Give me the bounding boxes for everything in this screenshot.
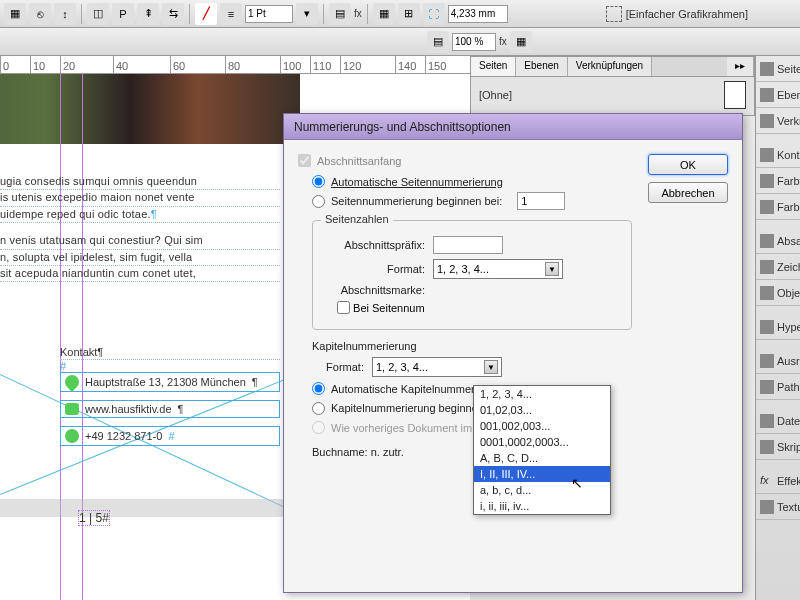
tool-icon[interactable]: ⎋ bbox=[29, 3, 51, 25]
stroke-weight-field[interactable] bbox=[245, 5, 293, 23]
chevron-down-icon[interactable]: ▼ bbox=[545, 262, 559, 276]
panel-kontur[interactable]: Kontu bbox=[756, 142, 800, 168]
panel-verkn[interactable]: Verkn bbox=[756, 108, 800, 134]
dropdown-option[interactable]: 0001,0002,0003... bbox=[474, 434, 610, 450]
dropdown-option[interactable]: i, ii, iii, iv... bbox=[474, 498, 610, 514]
cancel-button[interactable]: Abbrechen bbox=[648, 182, 728, 203]
tool-icon[interactable]: ▦ bbox=[4, 3, 26, 25]
toolbar-1: ▦ ⎋ ↕ ◫ P ⇞ ⇆ ╱ ≡ ▾ ▤ fx ▦ ⊞ ⛶ [Einfache… bbox=[0, 0, 800, 28]
tool-icon[interactable]: ◫ bbox=[87, 3, 109, 25]
panel-skript[interactable]: Skript bbox=[756, 434, 800, 460]
panel-farbfelder[interactable]: Farbf bbox=[756, 168, 800, 194]
chat-icon bbox=[65, 403, 79, 415]
dropdown-option[interactable]: 1, 2, 3, 4... bbox=[474, 386, 610, 402]
contact-row: Hauptstraße 13, 21308 München¶ bbox=[60, 372, 280, 392]
tool-icon[interactable]: ▾ bbox=[296, 3, 318, 25]
marker-label: Abschnittsmarke: bbox=[323, 284, 433, 296]
stroke-none-icon[interactable]: ╱ bbox=[195, 3, 217, 25]
opacity-field[interactable] bbox=[452, 33, 496, 51]
chevron-down-icon[interactable]: ▼ bbox=[484, 360, 498, 374]
tool-icon[interactable]: ▦ bbox=[373, 3, 395, 25]
dropdown-option[interactable]: a, b, c, d... bbox=[474, 482, 610, 498]
auto-chapter-radio[interactable] bbox=[312, 382, 325, 395]
format-label: Format: bbox=[323, 263, 433, 275]
body-text: ugia consedis sumqui omnis queendun is u… bbox=[0, 174, 280, 282]
panel-tabs: Seiten Ebenen Verknüpfungen ▸▸ bbox=[471, 57, 754, 77]
frame-label-text: [Einfacher Grafikrahmen] bbox=[626, 8, 748, 20]
fieldset-legend: Seitenzahlen bbox=[321, 213, 393, 225]
contact-heading: Kontakt bbox=[60, 346, 97, 358]
tool-icon[interactable]: ⊞ bbox=[398, 3, 420, 25]
page-thumb[interactable] bbox=[724, 81, 746, 109]
numbering-options-dialog: Nummerierungs- und Abschnittsoptionen OK… bbox=[283, 113, 743, 593]
tool-icon[interactable]: P bbox=[112, 3, 134, 25]
panel-zeichen[interactable]: Zeich bbox=[756, 254, 800, 280]
dropdown-option-selected[interactable]: I, II, III, IV... bbox=[474, 466, 610, 482]
contact-row: +49 1232 871-0# bbox=[60, 426, 280, 446]
panel-dock: Seite Ebene Verkn Kontu Farbf Farbe Absa… bbox=[755, 56, 800, 600]
tool-icon[interactable]: ▦ bbox=[510, 31, 532, 53]
section-start-checkbox bbox=[298, 154, 311, 167]
measure-field[interactable] bbox=[448, 5, 508, 23]
tool-icon[interactable]: ▤ bbox=[329, 3, 351, 25]
tab-seiten[interactable]: Seiten bbox=[471, 57, 516, 76]
page-numbers-fieldset: Seitenzahlen Abschnittspräfix: Format: 1… bbox=[312, 220, 632, 330]
prefix-label: Abschnittspräfix: bbox=[323, 239, 433, 251]
panel-seiten[interactable]: Seite bbox=[756, 56, 800, 82]
tool-icon[interactable]: ↕ bbox=[54, 3, 76, 25]
globe-icon bbox=[65, 429, 79, 443]
tool-icon[interactable]: ⇆ bbox=[162, 3, 184, 25]
ok-button[interactable]: OK bbox=[648, 154, 728, 175]
format-combo[interactable]: 1, 2, 3, 4...▼ bbox=[433, 259, 563, 279]
page-begin-label: Seitennummerierung beginnen bei: bbox=[331, 195, 502, 207]
crop-icon[interactable]: ⛶ bbox=[423, 3, 445, 25]
page-begin-field[interactable] bbox=[517, 192, 565, 210]
panel-objekt[interactable]: Objek bbox=[756, 280, 800, 306]
contact-block: Kontakt¶ # Hauptstraße 13, 21308 München… bbox=[60, 344, 280, 446]
contact-row: www.hausfiktiv.de¶ bbox=[60, 400, 280, 418]
tool-icon[interactable]: ≡ bbox=[220, 3, 242, 25]
on-pages-label: Bei Seitennum bbox=[353, 302, 425, 314]
chapter-section-label: Kapitelnummerierung bbox=[312, 340, 728, 352]
on-pages-checkbox[interactable] bbox=[337, 301, 350, 314]
placed-image bbox=[0, 74, 300, 144]
auto-page-radio[interactable] bbox=[312, 175, 325, 188]
chapter-begin-radio[interactable] bbox=[312, 402, 325, 415]
panel-farbe[interactable]: Farbe bbox=[756, 194, 800, 220]
tool-icon[interactable]: ▤ bbox=[427, 31, 449, 53]
auto-page-label: Automatische Seitennummerierung bbox=[331, 176, 503, 188]
prev-doc-radio bbox=[312, 421, 325, 434]
panel-pathfinder[interactable]: Pathfi bbox=[756, 374, 800, 400]
chapter-format-combo[interactable]: 1, 2, 3, 4...▼ bbox=[372, 357, 502, 377]
toolbar-2: ▤ fx ▦ bbox=[0, 28, 800, 56]
tool-icon[interactable]: ⇞ bbox=[137, 3, 159, 25]
dropdown-option[interactable]: A, B, C, D... bbox=[474, 450, 610, 466]
chap-format-label: Format: bbox=[312, 361, 372, 373]
master-none[interactable]: [Ohne] bbox=[479, 89, 512, 101]
frame-icon bbox=[606, 6, 622, 22]
section-start-label: Abschnittsanfang bbox=[317, 155, 401, 167]
format-dropdown: 1, 2, 3, 4... 01,02,03... 001,002,003...… bbox=[473, 385, 611, 515]
guide[interactable] bbox=[60, 74, 61, 600]
dropdown-option[interactable]: 001,002,003... bbox=[474, 418, 610, 434]
pages-panel[interactable]: Seiten Ebenen Verknüpfungen ▸▸ [Ohne] bbox=[470, 56, 755, 116]
panel-effekte[interactable]: fxEffek bbox=[756, 468, 800, 494]
tab-ebenen[interactable]: Ebenen bbox=[516, 57, 567, 76]
dialog-title: Nummerierungs- und Abschnittsoptionen bbox=[284, 114, 742, 140]
pin-icon bbox=[62, 372, 82, 392]
panel-ebenen[interactable]: Ebene bbox=[756, 82, 800, 108]
frame-type: [Einfacher Grafikrahmen] bbox=[606, 6, 748, 22]
tab-verknuepfungen[interactable]: Verknüpfungen bbox=[568, 57, 652, 76]
dropdown-option[interactable]: 01,02,03... bbox=[474, 402, 610, 418]
panel-daten[interactable]: Daten bbox=[756, 408, 800, 434]
prefix-field[interactable] bbox=[433, 236, 503, 254]
page-number: 1 | 5# bbox=[78, 510, 110, 526]
panel-absatz[interactable]: Absat bbox=[756, 228, 800, 254]
panel-hyperlinks[interactable]: Hyper bbox=[756, 314, 800, 340]
panel-menu-icon[interactable]: ▸▸ bbox=[727, 57, 754, 76]
panel-textum[interactable]: Textu bbox=[756, 494, 800, 520]
panel-ausrichten[interactable]: Ausric bbox=[756, 348, 800, 374]
page-begin-radio[interactable] bbox=[312, 195, 325, 208]
